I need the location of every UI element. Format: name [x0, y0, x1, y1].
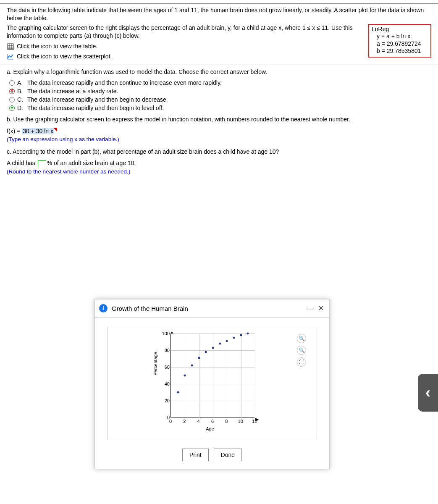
x-tick-label: 8	[225, 419, 228, 424]
part-b-prompt: b. Use the graphing calculator screen to…	[7, 116, 431, 124]
data-point	[219, 343, 221, 345]
data-point	[233, 337, 235, 339]
choice-d-letter: D.	[17, 105, 25, 111]
intro2-text: The graphing calculator screen to the ri…	[7, 24, 364, 40]
caret-icon: ◥	[53, 126, 57, 132]
y-tick-label: 100	[162, 331, 170, 336]
data-point	[198, 357, 200, 359]
part-c-post: % of an adult size brain at age 10.	[47, 160, 136, 166]
minimize-icon[interactable]: —	[306, 304, 314, 313]
x-axis-label: Age	[206, 426, 214, 431]
choice-c-letter: C.	[17, 96, 25, 103]
data-point	[226, 340, 228, 342]
svg-rect-0	[8, 44, 13, 49]
x-tick-label: 2	[183, 419, 186, 424]
data-point	[191, 365, 193, 367]
choice-b-letter: B.	[17, 88, 25, 94]
part-c-prompt: c. According to the model in part (b), w…	[7, 147, 431, 156]
fx-answer[interactable]: 30 + 30 ln x	[22, 128, 54, 134]
data-point	[205, 351, 207, 353]
x-tick-label: 0	[169, 419, 172, 424]
choice-a-letter: A.	[17, 79, 25, 86]
y-tick-label: 40	[165, 381, 170, 386]
view-table-link[interactable]: Click the icon to view the table.	[17, 42, 97, 50]
close-icon[interactable]: ✕	[318, 304, 324, 313]
intro-text: The data in the following table indicate…	[7, 6, 431, 22]
print-button[interactable]: Print	[182, 449, 209, 461]
done-button[interactable]: Done	[214, 449, 242, 461]
data-point	[184, 375, 186, 377]
choice-c[interactable]: C. The data increase rapidly and then be…	[9, 96, 431, 103]
choice-c-text: The data increase rapidly and then begin…	[27, 96, 168, 103]
choice-a[interactable]: A. The data increase rapidly and then co…	[9, 79, 431, 86]
data-point	[177, 391, 179, 394]
part-c-pre: A child has	[7, 160, 37, 166]
side-tab-button[interactable]: ‹	[418, 374, 438, 412]
zoom-in-icon[interactable]: 🔍	[297, 334, 306, 343]
y-tick-label: 60	[165, 365, 170, 370]
modal-title: Growth of the Human Brain	[112, 305, 302, 312]
lnreg-eq: y = a + b ln x	[372, 33, 427, 40]
data-point	[240, 334, 242, 336]
percentage-input[interactable]	[38, 160, 46, 167]
x-tick-label: 12	[252, 419, 257, 424]
x-tick-label: 10	[238, 419, 243, 424]
data-point	[247, 333, 249, 335]
choice-d[interactable]: D. The data increase rapidly and then be…	[9, 105, 431, 111]
x-tick-label: 4	[197, 419, 200, 424]
x-tick-label: 6	[211, 419, 214, 424]
zoom-out-icon[interactable]: 🔍	[297, 346, 306, 355]
lnreg-title: LnReg	[372, 26, 427, 33]
choice-d-text: The data increase rapidly and then begin…	[27, 105, 164, 111]
info-icon: i	[99, 304, 108, 312]
plot-area	[170, 333, 254, 417]
choice-b-text: The data increase at a steady rate.	[27, 88, 118, 94]
scatterplot-icon[interactable]	[7, 53, 14, 60]
y-tick-label: 80	[165, 348, 170, 353]
table-icon[interactable]	[7, 43, 14, 50]
fx-label: f(x) =	[7, 128, 22, 134]
part-a-prompt: a. Explain why a logarithmic function wa…	[7, 68, 267, 75]
y-tick-label: 20	[165, 398, 170, 403]
choice-a-text: The data increase rapidly and then conti…	[27, 79, 222, 86]
part-b-hint: (Type an expression using x as the varia…	[7, 136, 431, 144]
part-c-hint: (Round to the nearest whole number as ne…	[7, 168, 431, 176]
lnreg-box: LnReg y = a + b ln x a = 29.67892724 b =…	[368, 24, 431, 58]
lnreg-a: a = 29.67892724	[372, 40, 427, 48]
y-axis-label: Percentage	[153, 352, 158, 375]
view-scatterplot-link[interactable]: Click the icon to view the scatterplot.	[17, 52, 112, 60]
chart-area: ▲ Percentage Age ▶ 🔍 🔍 ⛶ 020406080100024…	[107, 327, 317, 440]
choice-b[interactable]: B. The data increase at a steady rate.	[9, 88, 431, 94]
scatterplot-modal: i Growth of the Human Brain — ✕ ▲ Percen…	[94, 299, 330, 469]
expand-icon[interactable]: ⛶	[297, 357, 306, 367]
data-point	[212, 347, 214, 349]
lnreg-b: b = 29.78535801	[372, 47, 427, 55]
